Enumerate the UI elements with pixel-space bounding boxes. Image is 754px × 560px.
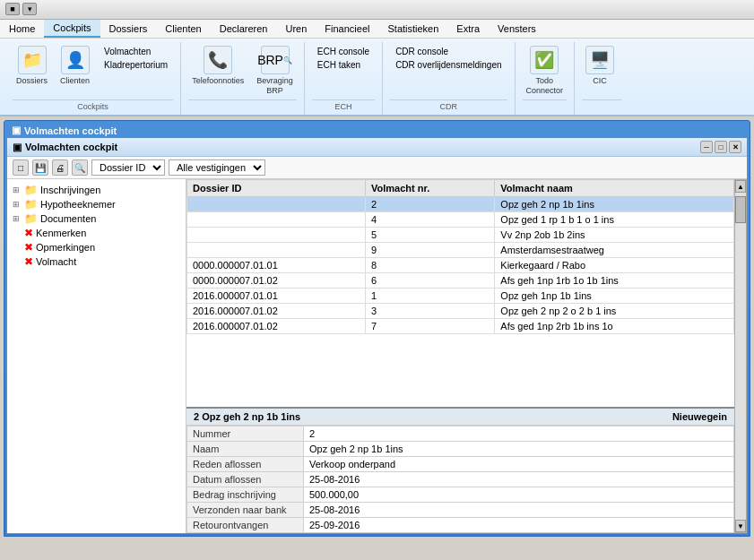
table-row[interactable]: 4 Opz ged 1 rp 1 b 1 o 1 ins [187, 212, 734, 228]
cell-volmacht-naam: Afs ged 1np 2rb 1b ins 1o [495, 319, 734, 334]
detail-field-value: 25-09-2016 [304, 518, 734, 533]
ribbon-btn-telefoonnoties[interactable]: 📞 Telefoonnoties [188, 44, 247, 88]
dossiers-icon: 📁 [18, 46, 47, 74]
menu-cockpits[interactable]: Cockpits [44, 20, 100, 39]
cell-volmacht-nr: 3 [366, 304, 495, 319]
ribbon-btn-clienten[interactable]: 👤 Clienten [56, 44, 93, 88]
tree-item-documenten[interactable]: ⊞ 📁 Documenten [11, 211, 182, 226]
ribbon-group-misc-label [188, 99, 297, 111]
document-area: ▣ Volmachten cockpit ▣ Volmachten cockpi… [0, 116, 754, 560]
menu-declareren[interactable]: Declareren [211, 20, 277, 39]
ribbon-btn-dossiers[interactable]: 📁 Dossiers [13, 44, 51, 88]
tree-item-documenten-label: Documenten [40, 213, 96, 224]
ribbon-btn-todo[interactable]: ✅ TodoConnector [523, 44, 568, 98]
detail-row: Nummer 2 [187, 426, 734, 442]
tree-folder-icon: 📁 [24, 184, 38, 196]
scroll-up-button[interactable]: ▲ [735, 180, 746, 193]
cell-dossier-id: 0000.000007.01.01 [187, 258, 366, 273]
ribbon-btn-cdr-console[interactable]: CDR console [392, 46, 505, 57]
menu-home[interactable]: Home [0, 20, 44, 39]
tree-item-inschrijvingen[interactable]: ⊞ 📁 Inschrijvingen [11, 183, 182, 197]
ribbon-group-cockpits: 📁 Dossiers 👤 Clienten Volmachten Kladrep… [5, 42, 181, 115]
detail-location: Nieuwegein [672, 411, 727, 422]
ribbon-btn-cic[interactable]: 🖥️ CIC [582, 44, 618, 88]
toolbar-save-button[interactable]: 💾 [32, 159, 48, 176]
ribbon-group-misc-items: 📞 Telefoonnoties BRP🔍 BevragingBRP [188, 44, 297, 98]
ribbon-group-cic: 🖥️ CIC [575, 42, 628, 115]
table-row[interactable]: 0000.000007.01.01 8 Kierkegaard / Rabo [187, 258, 734, 273]
detail-field-label: Naam [187, 442, 304, 457]
quick-access-icon[interactable]: ▾ [22, 3, 37, 15]
minimize-button[interactable]: ─ [700, 141, 713, 153]
cockpit-outer-title: ▣ Volmachten cockpit [6, 123, 748, 138]
menu-vensters[interactable]: Vensters [489, 20, 545, 39]
cell-volmacht-nr: 2 [366, 197, 495, 212]
ribbon-btn-ech-taken[interactable]: ECH taken [314, 59, 373, 71]
ribbon-btn-telefoonnoties-label: Telefoonnoties [192, 76, 244, 86]
ribbon-btn-bevraging[interactable]: BRP🔍 BevragingBRP [253, 44, 297, 98]
cockpit-inner-label: Volmachten cockpit [25, 142, 117, 152]
detail-field-label: Nummer [187, 426, 304, 442]
ribbon-group-cdr-label: CDR [390, 99, 507, 111]
tree-item-volmacht[interactable]: ✖ Volmacht [11, 254, 182, 269]
table-scroll-area[interactable]: Dossier ID Volmacht nr. Volmacht naam 2 … [186, 179, 734, 407]
tree-item-kenmerken-label: Kenmerken [36, 228, 86, 238]
cockpit-outer-label: Volmachten cockpit [24, 125, 117, 136]
table-row[interactable]: 9 Amsterdamsestraatweg [187, 243, 734, 258]
cockpit-outer-icon: ▣ [12, 125, 21, 136]
menu-clienten[interactable]: Clienten [156, 20, 210, 39]
detail-field-label: Reden aflossen [187, 457, 304, 472]
menu-extra[interactable]: Extra [447, 20, 489, 39]
cell-volmacht-naam: Opz ged 1 rp 1 b 1 o 1 ins [495, 212, 734, 228]
table-row[interactable]: 5 Vv 2np 2ob 1b 2ins [187, 228, 734, 243]
volmachten-table: Dossier ID Volmacht nr. Volmacht naam 2 … [186, 179, 734, 334]
vestigingen-select[interactable]: Alle vestigingen [169, 159, 265, 176]
close-button[interactable]: ✕ [729, 141, 741, 153]
menu-bar: Home Cockpits Dossiers Clienten Declarer… [0, 20, 754, 39]
detail-row: Bedrag inschrijving 500.000,00 [187, 487, 734, 503]
detail-row: Verzonden naar bank 25-08-2016 [187, 503, 734, 518]
col-dossier-id: Dossier ID [187, 180, 366, 197]
tree-item-opmerkingen[interactable]: ✖ Opmerkingen [11, 240, 182, 254]
cell-volmacht-nr: 9 [366, 243, 495, 258]
table-row[interactable]: 2016.000007.01.02 7 Afs ged 1np 2rb 1b i… [187, 319, 734, 334]
table-row[interactable]: 2016.000007.01.02 3 Opz geh 2 np 2 o 2 b… [187, 304, 734, 319]
cell-volmacht-naam: Kierkegaard / Rabo [495, 258, 734, 273]
tree-error-icon: ✖ [24, 227, 33, 239]
tree-item-volmacht-label: Volmacht [36, 256, 76, 267]
cockpit-inner-icon: ▣ [13, 142, 22, 153]
ribbon-btn-todo-label: TodoConnector [526, 76, 564, 96]
scroll-down-button[interactable]: ▼ [735, 520, 746, 532]
dossier-id-select[interactable]: Dossier ID Naam [91, 159, 165, 176]
menu-uren[interactable]: Uren [277, 20, 316, 39]
detail-field-value: 25-08-2016 [304, 503, 734, 518]
toolbar-new-button[interactable]: □ [13, 159, 29, 176]
ribbon-btn-kladrepertorium[interactable]: Kladrepertorium [100, 59, 171, 71]
table-row[interactable]: 0000.000007.01.02 6 Afs geh 1np 1rb 1o 1… [187, 273, 734, 289]
bevraging-icon: BRP🔍 [261, 46, 290, 74]
tree-item-hypotheeknemer[interactable]: ⊞ 📁 Hypotheeknemer [11, 197, 182, 211]
menu-financieel[interactable]: Financieel [316, 20, 378, 39]
table-row[interactable]: 2 Opz geh 2 np 1b 1ins [187, 197, 734, 212]
tree-item-kenmerken[interactable]: ✖ Kenmerken [11, 226, 182, 240]
scroll-thumb[interactable] [735, 196, 746, 223]
tree-folder-icon: 📁 [24, 212, 38, 225]
ribbon-btn-ech-console[interactable]: ECH console [314, 46, 373, 57]
detail-field-value: 500.000,00 [304, 487, 734, 503]
ribbon-btn-cdr-overlijdensmeldingen[interactable]: CDR overlijdensmeldingen [392, 59, 505, 71]
toolbar-print-button[interactable]: 🖨 [52, 159, 68, 176]
cell-dossier-id: 0000.000007.01.02 [187, 273, 366, 289]
ribbon-group-cic-items: 🖥️ CIC [582, 44, 618, 98]
table-row[interactable]: 2016.000007.01.01 1 Opz geh 1np 1b 1ins [187, 289, 734, 304]
menu-statistieken[interactable]: Statistieken [378, 20, 447, 39]
detail-field-value: 2 [304, 426, 734, 442]
title-bar: ■ ▾ [0, 0, 754, 20]
maximize-button[interactable]: □ [715, 141, 727, 153]
ribbon-btn-volmachten[interactable]: Volmachten [100, 46, 171, 57]
detail-field-label: Bedrag inschrijving [187, 487, 304, 503]
ribbon-group-cockpits-items: 📁 Dossiers 👤 Clienten Volmachten Kladrep… [13, 44, 173, 98]
vertical-scrollbar[interactable]: ▲ ▼ [734, 179, 747, 533]
ribbon-btn-cic-label: CIC [593, 76, 607, 86]
toolbar-search-button[interactable]: 🔍 [72, 159, 88, 176]
menu-dossiers[interactable]: Dossiers [100, 20, 157, 39]
